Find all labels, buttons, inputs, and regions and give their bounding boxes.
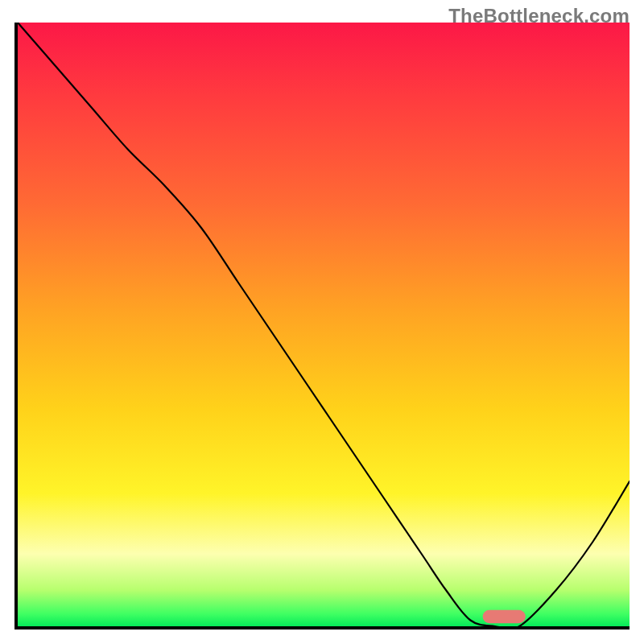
- curve-line: [18, 23, 630, 626]
- optimal-marker: [483, 610, 526, 624]
- watermark-text: TheBottleneck.com: [448, 5, 630, 27]
- plot-area: [14, 23, 630, 630]
- bottleneck-curve: [18, 23, 630, 626]
